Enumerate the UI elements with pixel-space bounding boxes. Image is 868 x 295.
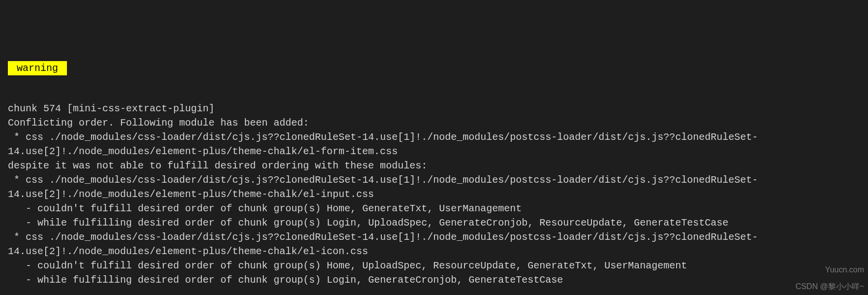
warning-tag: warning (8, 61, 67, 75)
terminal-line: * css ./node_modules/css-loader/dist/cjs… (8, 130, 860, 159)
terminal-line: - while fulfilling desired order of chun… (8, 273, 860, 287)
terminal-line: * css ./node_modules/css-loader/dist/cjs… (8, 230, 860, 259)
watermark-author: CSDN @黎小小咩~ (796, 281, 864, 292)
terminal-output: chunk 574 [mini-css-extract-plugin]Confl… (8, 101, 860, 287)
terminal-line: - couldn't fulfill desired order of chun… (8, 201, 860, 216)
watermark-site: Yuucn.com (825, 264, 864, 275)
terminal-line: Conflicting order. Following module has … (8, 116, 860, 130)
terminal-line: - couldn't fulfill desired order of chun… (8, 259, 860, 273)
terminal-line: chunk 574 [mini-css-extract-plugin] (8, 101, 860, 116)
terminal-line: * css ./node_modules/css-loader/dist/cjs… (8, 173, 860, 201)
warning-tag-text: warning (17, 63, 58, 74)
terminal-line: - while fulfilling desired order of chun… (8, 216, 860, 230)
terminal-line: despite it was not able to fulfill desir… (8, 159, 860, 173)
